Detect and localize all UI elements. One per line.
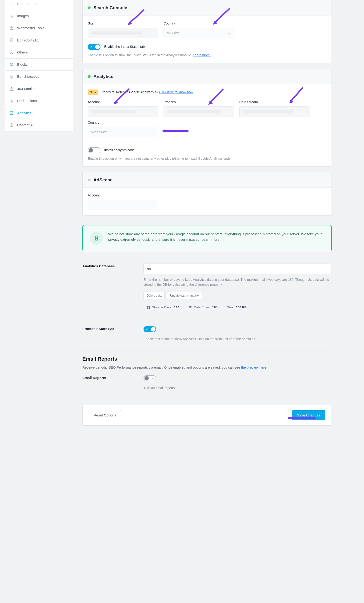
sidebar-item-redirections[interactable]: Redirections — [5, 95, 73, 107]
ga4-note-link[interactable]: Click here to know how — [159, 90, 193, 94]
sidebar-item-label: 404 Monitor — [17, 86, 36, 92]
sidebar-item-robots[interactable]: Edit robots.txt — [5, 35, 73, 47]
site-select[interactable] — [88, 28, 158, 38]
analytics-database-label: Analytics Database — [82, 264, 134, 269]
search-console-panel: Search Console Site Country — [82, 0, 332, 63]
sidebar-item-label: Webmaster Tools — [17, 25, 44, 31]
panel-title: Analytics — [93, 73, 113, 80]
sidebar-item-label: Others — [17, 50, 28, 55]
sidebar-item-webmaster-tools[interactable]: Webmaster Tools — [5, 22, 73, 35]
sidebar-item-label: Blocks — [17, 62, 28, 67]
sidebar-item-htaccess[interactable]: Edit .htaccess — [5, 71, 73, 83]
email-reports-intro: Receive periodic SEO Performance reports… — [82, 365, 332, 370]
sidebar-item-breadcrumbs[interactable]: Breadcrumbs — [5, 0, 73, 10]
site-label: Site — [88, 21, 158, 26]
analytics-panel: Analytics Note Ready to switch to Google… — [82, 69, 332, 166]
sidebar-item-label: Images — [17, 13, 29, 19]
learn-more-link[interactable]: Learn more. — [193, 53, 210, 57]
sidebar-item-content-ai[interactable]: Content AI — [5, 119, 73, 131]
size-chip: Size: 160 KB — [223, 303, 250, 312]
blocks-icon — [9, 62, 14, 67]
sidebar-item-others[interactable]: Others — [5, 46, 73, 59]
property-label: Property — [164, 100, 234, 104]
analytics-database-help: Enter the number of days to keep Analyti… — [143, 277, 332, 287]
save-changes-button[interactable]: Save Changes — [292, 410, 325, 420]
sidebar-item-label: Analytics — [17, 110, 31, 116]
svg-point-5 — [10, 51, 13, 54]
sidebar-item-404[interactable]: 404 Monitor — [5, 83, 73, 95]
account-label: Account — [88, 100, 158, 104]
panel-header: Analytics — [83, 69, 331, 85]
ga4-note: Note Ready to switch to Google Analytics… — [88, 90, 326, 95]
svg-point-8 — [10, 124, 13, 127]
data-stream-select[interactable] — [239, 106, 310, 117]
svg-point-9 — [11, 124, 12, 126]
footer-bar: Reset Options Save Changes — [82, 405, 332, 426]
frontend-stats-label: Frontend Stats Bar — [82, 326, 134, 332]
frontend-stats-help: Enable this option to show Analytics Sta… — [143, 336, 332, 342]
account-select[interactable] — [88, 106, 158, 117]
privacy-text: We do not store any of the data from you… — [108, 232, 324, 242]
analytics-country-label: Country — [88, 120, 158, 125]
install-analytics-toggle[interactable] — [88, 147, 100, 153]
toggle-on-indicator-icon: ✓ — [146, 327, 148, 331]
adsense-account-select[interactable]: ⌄ — [88, 200, 158, 210]
country-select[interactable]: Worldwide ⌄ — [164, 28, 234, 38]
sidebar-item-label: Redirections — [17, 98, 37, 104]
lock-icon — [90, 232, 103, 245]
panel-title: Search Console — [93, 4, 127, 11]
email-reports-toggle-help: Turn on email reports. — [143, 386, 332, 391]
index-status-toggle-label: Enable the Index Status tab — [104, 44, 145, 49]
delete-data-button[interactable]: Delete data — [143, 292, 165, 299]
sidebar-item-images[interactable]: Images — [5, 10, 73, 22]
list-icon — [9, 50, 14, 55]
update-data-button[interactable]: Update data manually — [167, 292, 202, 299]
svg-rect-2 — [10, 27, 13, 29]
svg-rect-19 — [147, 306, 149, 309]
analytics-icon — [9, 111, 14, 116]
index-status-help: Enable this option to show the Index Sta… — [88, 53, 326, 58]
frontend-stats-toggle[interactable]: ✓ — [143, 326, 156, 332]
settings-sidebar: Breadcrumbs Images Webmaster Tools Edit … — [5, 0, 73, 131]
email-reports-toggle[interactable] — [143, 375, 156, 381]
panel-header: Search Console — [83, 0, 331, 16]
chevron-down-icon: ⌄ — [152, 129, 155, 135]
adsense-panel: AdSense Account ⌄ — [82, 172, 332, 216]
chevron-down-icon: ⌄ — [152, 203, 155, 208]
analytics-database-row: Analytics Database Enter the number of d… — [82, 259, 332, 319]
sidebar-item-blocks[interactable]: Blocks — [5, 59, 73, 71]
file-icon — [9, 74, 14, 79]
warning-icon — [9, 86, 14, 91]
privacy-learn-more-link[interactable]: Learn more. — [201, 237, 221, 242]
calendar-icon — [147, 306, 150, 309]
redirect-icon — [9, 98, 14, 103]
breadcrumbs-icon — [9, 1, 14, 6]
property-select[interactable] — [164, 106, 234, 117]
sidebar-item-label: Content AI — [17, 122, 34, 128]
svg-point-1 — [11, 16, 11, 16]
chevron-down-icon: ⌄ — [228, 30, 231, 35]
email-reports-heading: Email Reports — [82, 355, 332, 363]
images-icon — [9, 14, 14, 18]
adsense-account-label: Account — [88, 193, 158, 198]
index-status-toggle[interactable]: ✓ — [88, 44, 100, 50]
svg-point-4 — [11, 40, 12, 41]
analytics-country-select[interactable]: Worldwide ⌄ — [88, 127, 158, 137]
email-reports-row: Email Reports Turn on email reports. — [82, 370, 332, 398]
status-dot-icon — [88, 179, 91, 181]
analytics-country-value: Worldwide — [91, 129, 108, 135]
reset-options-button[interactable]: Reset Options — [89, 410, 121, 420]
svg-marker-16 — [162, 129, 165, 133]
email-reports-preview-link[interactable]: the preview here — [241, 366, 266, 369]
privacy-banner: We do not store any of the data from you… — [82, 225, 332, 251]
install-analytics-help: Enable this option only if you are not u… — [88, 156, 326, 161]
email-reports-toggle-label: Email Reports — [82, 375, 134, 381]
sidebar-item-analytics[interactable]: Analytics — [5, 107, 73, 119]
analytics-database-input[interactable] — [143, 264, 332, 274]
target-icon — [9, 123, 14, 128]
svg-point-18 — [96, 239, 97, 239]
sidebar-item-label: Edit .htaccess — [17, 74, 39, 79]
toggle-on-indicator-icon: ✓ — [90, 45, 92, 49]
data-rows-chip: Data Rows: 185 — [185, 303, 221, 312]
panel-title: AdSense — [93, 177, 112, 184]
